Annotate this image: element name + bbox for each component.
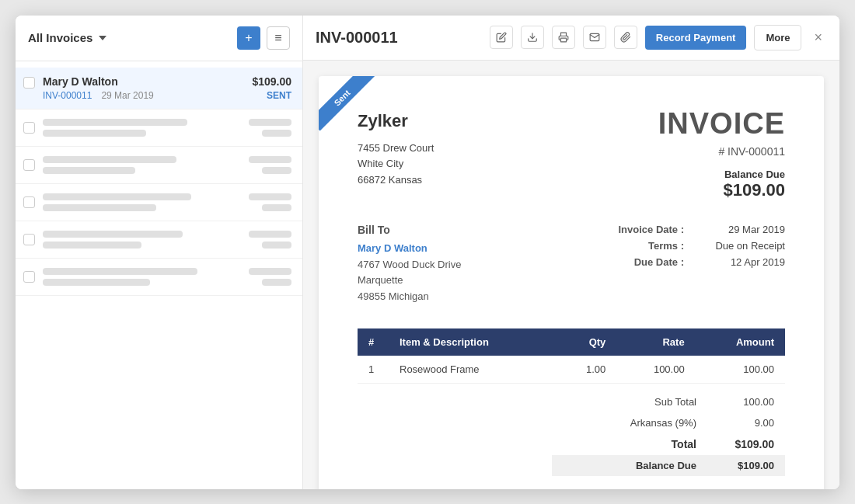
list-item[interactable] [16, 184, 302, 221]
placeholder-content [43, 119, 249, 137]
row-num: 1 [358, 356, 389, 384]
invoice-date-label: Invoice Date : [606, 224, 684, 235]
terms-label: Terms : [606, 240, 684, 252]
invoice-checkbox[interactable] [23, 271, 35, 283]
sent-ribbon-label: Sent [319, 76, 375, 130]
col-qty: Qty [555, 328, 617, 356]
invoice-document: Sent Zylker 7455 Drew Court White City 6… [319, 76, 824, 489]
sidebar-title: All Invoices [28, 31, 92, 44]
invoice-id: INV-000011 [316, 29, 480, 47]
placeholder-content [43, 193, 249, 211]
invoice-list-item-active[interactable]: Mary D Walton INV-000011 29 Mar 2019 $10… [16, 68, 302, 109]
bill-to-address: 4767 Wood Duck Drive Marquette 49855 Mic… [358, 257, 461, 305]
sidebar: All Invoices + ≡ Mary D Walton INV-00001… [16, 16, 303, 489]
bill-address3: 49855 Michigan [358, 289, 461, 305]
dropdown-arrow-icon[interactable] [99, 36, 106, 40]
invoice-summary: Sub Total 100.00 Arkansas (9%) 9.00 Tota… [358, 391, 785, 476]
sent-ribbon: Sent [319, 76, 381, 138]
terms-row: Terms : Due on Receipt [606, 240, 785, 252]
total-label: Total [563, 438, 712, 450]
total-value: $109.00 [712, 438, 774, 450]
email-icon [589, 32, 600, 43]
download-button[interactable] [521, 26, 544, 49]
invoice-amount: $109.00 [252, 75, 291, 88]
invoice-list: Mary D Walton INV-000011 29 Mar 2019 $10… [16, 61, 302, 489]
invoice-checkbox[interactable] [23, 234, 35, 245]
col-description: Item & Description [389, 328, 555, 356]
toolbar-icons: Record Payment More × [490, 25, 827, 50]
add-invoice-button[interactable]: + [237, 26, 260, 50]
table-row: 1 Rosewood Frame 1.00 100.00 100.00 [358, 356, 785, 384]
balance-due-label-top: Balance Due [658, 169, 785, 180]
svg-rect-1 [560, 38, 566, 42]
bill-to-name: Mary D Walton [358, 242, 461, 254]
terms-value: Due on Receipt [700, 240, 785, 252]
placeholder-right [249, 193, 291, 211]
list-item[interactable] [16, 221, 302, 259]
placeholder-content [43, 268, 249, 286]
placeholder-right [249, 231, 291, 249]
placeholder-right [249, 156, 291, 174]
attach-icon [620, 32, 631, 43]
invoice-table: # Item & Description Qty Rate Amount 1 R… [358, 328, 785, 384]
print-button[interactable] [552, 26, 575, 49]
invoice-checkbox[interactable] [23, 196, 35, 208]
invoice-date-value: 29 Mar 2019 [700, 224, 785, 235]
download-icon [527, 32, 538, 43]
balance-due-amount-top: $109.00 [658, 180, 785, 200]
col-rate: Rate [616, 328, 695, 356]
invoice-checkbox[interactable] [23, 122, 35, 134]
tax-label: Arkansas (9%) [563, 417, 712, 429]
invoice-customer-name: Mary D Walton [43, 75, 252, 88]
invoice-date-row: Invoice Date : 29 Mar 2019 [606, 224, 785, 235]
invoice-status: SENT [252, 90, 291, 101]
row-rate: 100.00 [616, 356, 695, 384]
attach-button[interactable] [614, 26, 637, 49]
tax-row: Arkansas (9%) 9.00 [552, 412, 785, 433]
invoice-checkbox[interactable] [23, 159, 35, 171]
bill-address2: Marquette [358, 273, 461, 289]
email-button[interactable] [583, 26, 606, 49]
list-item[interactable] [16, 109, 302, 147]
company-address1: 7455 Drew Court [358, 141, 434, 157]
row-qty: 1.00 [555, 356, 617, 384]
invoice-number: INV-000011 [43, 90, 92, 101]
list-item[interactable] [16, 147, 302, 184]
sidebar-actions: + ≡ [237, 26, 290, 50]
invoice-right: $109.00 SENT [252, 75, 291, 101]
subtotal-value: 100.00 [712, 396, 774, 408]
due-date-value: 12 Apr 2019 [700, 256, 785, 268]
invoice-date: 29 Mar 2019 [101, 90, 153, 101]
menu-button[interactable]: ≡ [267, 26, 290, 50]
due-date-row: Due Date : 12 Apr 2019 [606, 256, 785, 268]
sidebar-header: All Invoices + ≡ [16, 16, 302, 61]
company-address2: White City [358, 156, 434, 172]
bill-to-label: Bill To [358, 224, 461, 236]
subtotal-label: Sub Total [563, 396, 712, 408]
tax-value: 9.00 [712, 417, 774, 429]
placeholder-right [249, 268, 291, 286]
more-button[interactable]: More [754, 25, 801, 50]
company-address3: 66872 Kansas [358, 172, 434, 189]
balance-due-value-bottom: $109.00 [712, 460, 774, 471]
invoice-meta: INV-000011 29 Mar 2019 [43, 90, 252, 101]
close-button[interactable]: × [809, 26, 827, 49]
row-amount: 100.00 [696, 356, 785, 384]
edit-button[interactable] [490, 26, 513, 49]
placeholder-right [249, 119, 291, 137]
due-date-label: Due Date : [606, 256, 684, 268]
invoice-number-label: # INV-000011 [658, 145, 785, 158]
balance-due-row: Balance Due $109.00 [552, 455, 785, 476]
bill-to: Bill To Mary D Walton 4767 Wood Duck Dri… [358, 224, 461, 305]
invoice-checkbox[interactable] [23, 77, 35, 89]
main-content: INV-000011 Record Payment More [303, 16, 839, 489]
bill-section: Bill To Mary D Walton 4767 Wood Duck Dri… [358, 224, 785, 305]
balance-due-label-bottom: Balance Due [563, 460, 712, 471]
total-row: Total $109.00 [552, 433, 785, 455]
list-item[interactable] [16, 259, 302, 296]
placeholder-content [43, 231, 249, 249]
sidebar-title-row: All Invoices [28, 31, 106, 44]
record-payment-button[interactable]: Record Payment [645, 26, 747, 50]
col-amount: Amount [696, 328, 785, 356]
row-description: Rosewood Frame [389, 356, 555, 384]
